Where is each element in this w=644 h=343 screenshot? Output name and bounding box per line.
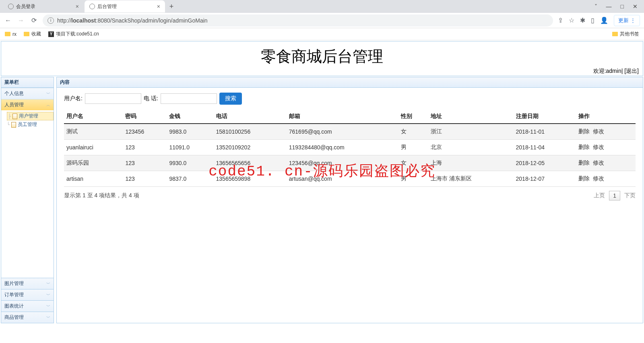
page-icon xyxy=(12,114,17,119)
forward-button[interactable]: → xyxy=(17,17,25,24)
tab-label: 会员登录 xyxy=(16,3,35,10)
cell-password: 123 xyxy=(123,140,167,155)
delete-link[interactable]: 删除 xyxy=(578,159,590,166)
bookmark-rx[interactable]: rx xyxy=(5,31,17,37)
url-field[interactable]: i http://localhost:8080/SnackShop/admin/… xyxy=(43,14,553,27)
sidebar-item-personnel[interactable]: 人员管理︿ xyxy=(1,99,54,110)
cell-gender: 女 xyxy=(398,124,428,140)
cell-address: 上海 xyxy=(428,155,513,171)
cell-gender: 女 xyxy=(398,155,428,171)
cell-ops: 删除 修改 xyxy=(576,171,636,187)
sidebar-item-image[interactable]: 图片管理﹀ xyxy=(1,278,54,289)
close-window-icon[interactable]: ✕ xyxy=(633,3,638,10)
bookmark-other[interactable]: 其他书签 xyxy=(612,31,639,37)
next-page[interactable]: 下页 xyxy=(624,192,636,199)
welcome-bar: 欢迎:admin| [退出] xyxy=(1,67,643,75)
edit-link[interactable]: 修改 xyxy=(593,128,604,134)
edit-link[interactable]: 修改 xyxy=(593,144,604,150)
sidebar-bottom: 图片管理﹀ 订单管理﹀ 图表统计﹀ 商品管理﹀ xyxy=(1,278,54,323)
col-ops[interactable]: 操作 xyxy=(576,110,636,124)
globe-icon xyxy=(8,4,14,9)
content-title: 内容 xyxy=(57,77,643,88)
cell-username: 测试 xyxy=(64,124,123,140)
cell-money: 11091.0 xyxy=(167,140,213,155)
cell-username: yuanlairuci xyxy=(64,140,123,155)
chevron-down-icon: ﹀ xyxy=(46,281,50,287)
star-icon[interactable]: ☆ xyxy=(569,17,574,24)
delete-link[interactable]: 删除 xyxy=(578,128,590,134)
chevron-down-icon: ﹀ xyxy=(46,315,50,320)
sidebar-tree: ├用户管理 └员工管理 xyxy=(1,110,54,130)
pager: 上页 1 下页 xyxy=(594,191,636,200)
cell-address: 上海市 浦东新区 xyxy=(428,171,513,187)
sidebar-item-personal[interactable]: 个人信息﹀ xyxy=(1,88,54,99)
cell-address: 北京 xyxy=(428,140,513,155)
search-button[interactable]: 搜索 xyxy=(219,93,242,105)
col-username[interactable]: 用户名 xyxy=(64,110,123,124)
extensions-icon[interactable]: ✱ xyxy=(580,17,585,24)
search-row: 用户名: 电 话: 搜索 xyxy=(57,88,643,110)
reload-button[interactable]: ⟳ xyxy=(30,17,38,24)
tab-strip: 会员登录 × 后台管理 × + ˅ — □ ✕ xyxy=(0,0,644,13)
cell-ops: 删除 修改 xyxy=(576,155,636,171)
result-summary: 显示第 1 至 4 项结果，共 4 项 xyxy=(64,192,139,199)
current-user: admin xyxy=(606,68,621,74)
logout-link[interactable]: [退出] xyxy=(624,68,639,74)
sidepanel-icon[interactable]: ▯ xyxy=(591,17,594,24)
table-row: 测试1234569983.015810100256761695@qq.com女浙… xyxy=(64,124,636,140)
sidebar-item-chart[interactable]: 图表统计﹀ xyxy=(1,300,54,312)
col-money[interactable]: 金钱 xyxy=(167,110,213,124)
sidebar-item-order[interactable]: 订单管理﹀ xyxy=(1,289,54,300)
col-password[interactable]: 密码 xyxy=(123,110,167,124)
page-1[interactable]: 1 xyxy=(609,191,620,200)
address-bar: ← → ⟳ i http://localhost:8080/SnackShop/… xyxy=(0,13,644,28)
close-icon[interactable]: × xyxy=(157,3,160,10)
sidebar-item-product[interactable]: 商品管理﹀ xyxy=(1,312,54,323)
update-button[interactable]: 更新 ⋮ xyxy=(614,15,640,26)
cell-phone: 13565659898 xyxy=(214,171,287,187)
cell-address: 浙江 xyxy=(428,124,513,140)
phone-input[interactable] xyxy=(161,93,217,104)
edit-link[interactable]: 修改 xyxy=(593,175,604,182)
col-gender[interactable]: 性别 xyxy=(398,110,428,124)
col-address[interactable]: 地址 xyxy=(428,110,513,124)
cell-regdate: 2018-11-01 xyxy=(514,124,576,140)
info-icon[interactable]: i xyxy=(47,17,54,24)
tab-member-login[interactable]: 会员登录 × xyxy=(3,0,84,12)
prev-page[interactable]: 上页 xyxy=(594,192,605,199)
cell-phone: 15810100256 xyxy=(214,124,287,140)
page-header: 零食商城后台管理 欢迎:admin| [退出] xyxy=(1,41,643,76)
cell-regdate: 2018-12-07 xyxy=(514,171,576,187)
delete-link[interactable]: 删除 xyxy=(578,175,590,182)
sidebar-spacer xyxy=(1,130,54,278)
tree-item-user-mgmt[interactable]: ├用户管理 xyxy=(7,112,54,120)
table-footer: 显示第 1 至 4 项结果，共 4 项 上页 1 下页 xyxy=(57,187,643,205)
cell-regdate: 2018-12-05 xyxy=(514,155,576,171)
bookmark-download[interactable]: Y项目下载:code51.cn xyxy=(48,31,99,37)
share-icon[interactable]: ⇪ xyxy=(558,17,563,24)
maximize-icon[interactable]: □ xyxy=(621,3,624,10)
new-tab-button[interactable]: + xyxy=(166,1,177,12)
username-input[interactable] xyxy=(85,93,141,104)
cell-password: 123456 xyxy=(123,124,167,140)
folder-icon xyxy=(612,32,618,36)
minimize-icon[interactable]: — xyxy=(606,3,612,10)
back-button[interactable]: ← xyxy=(4,17,12,24)
col-regdate[interactable]: 注册日期 xyxy=(514,110,576,124)
profile-icon[interactable]: 👤 xyxy=(600,17,608,24)
tab-admin[interactable]: 后台管理 × xyxy=(85,0,165,12)
chevron-down-icon[interactable]: ˅ xyxy=(594,3,597,10)
cell-regdate: 2018-11-04 xyxy=(514,140,576,155)
bookmark-fav[interactable]: 收藏 xyxy=(24,31,41,37)
col-email[interactable]: 邮箱 xyxy=(287,110,398,124)
tab-label: 后台管理 xyxy=(97,3,117,10)
col-phone[interactable]: 电话 xyxy=(214,110,287,124)
tree-item-staff-mgmt[interactable]: └员工管理 xyxy=(7,120,54,129)
folder-icon xyxy=(5,32,10,36)
cell-phone: 13520109202 xyxy=(214,140,287,155)
close-icon[interactable]: × xyxy=(76,3,79,10)
bookmarks-bar: rx 收藏 Y项目下载:code51.cn 其他书签 xyxy=(0,28,644,40)
edit-link[interactable]: 修改 xyxy=(593,159,604,166)
delete-link[interactable]: 删除 xyxy=(578,144,590,150)
cell-password: 123 xyxy=(123,155,167,171)
